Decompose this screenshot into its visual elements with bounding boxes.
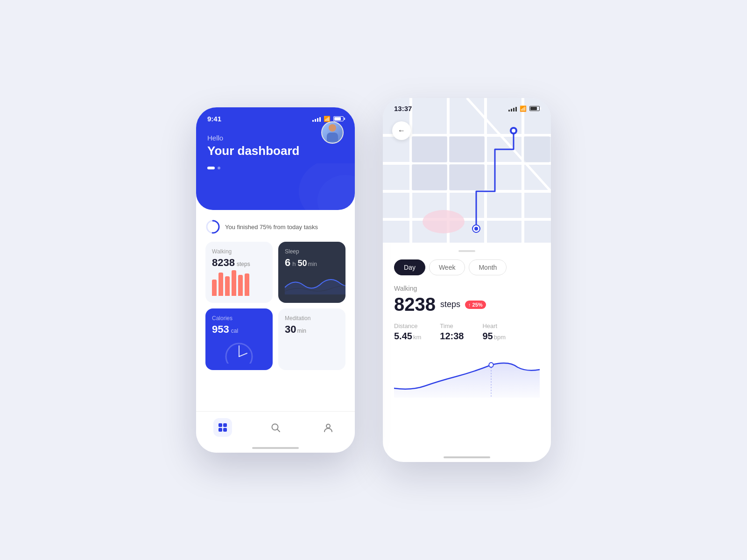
steps-value: 8238 bbox=[394, 294, 436, 315]
svg-line-12 bbox=[277, 429, 280, 432]
back-arrow-icon: ← bbox=[398, 126, 405, 135]
svg-rect-7 bbox=[218, 423, 222, 427]
status-bar2: 13:37 📶 bbox=[383, 98, 551, 112]
sleep-mins: 50 bbox=[297, 259, 307, 268]
status-time2: 13:37 bbox=[394, 105, 412, 112]
activity-chart bbox=[394, 351, 540, 398]
phone2: 13:37 📶 bbox=[383, 98, 551, 462]
stats-panel: Day Week Month Walking 8238 steps ↑ 25% … bbox=[383, 243, 551, 453]
progress-row: You finished 75% from today tasks bbox=[205, 219, 345, 234]
phone1-content: You finished 75% from today tasks Walkin… bbox=[196, 210, 355, 411]
walking-chart bbox=[212, 273, 266, 296]
svg-line-6 bbox=[239, 353, 247, 357]
sleep-card: Sleep 6 h 50 min bbox=[278, 242, 345, 303]
stat-heart: Heart 95 bpm bbox=[482, 322, 506, 342]
distance-label: Distance bbox=[394, 322, 421, 329]
phone1-header: 9:41 📶 bbox=[196, 107, 355, 210]
nav-home[interactable] bbox=[213, 418, 232, 437]
heart-label: Heart bbox=[482, 322, 506, 329]
nav-search[interactable] bbox=[266, 418, 285, 437]
signal-icon2 bbox=[508, 106, 517, 112]
calories-clock bbox=[212, 340, 266, 364]
svg-point-34 bbox=[489, 363, 493, 367]
period-tabs: Day Week Month bbox=[394, 259, 540, 275]
meditation-value-row: 30 min bbox=[285, 323, 339, 336]
steps-row: 8238 steps ↑ 25% bbox=[394, 294, 540, 315]
heart-value: 95 bbox=[482, 331, 493, 342]
progress-ring bbox=[205, 219, 220, 234]
tab-day[interactable]: Day bbox=[394, 259, 425, 275]
home-indicator bbox=[196, 443, 355, 453]
wifi-icon: 📶 bbox=[324, 116, 331, 122]
walking-label: Walking bbox=[212, 248, 266, 255]
wifi-icon2: 📶 bbox=[520, 105, 527, 112]
distance-unit: km bbox=[413, 334, 421, 341]
svg-rect-27 bbox=[449, 164, 485, 190]
bar-5 bbox=[238, 275, 243, 296]
panel-handle bbox=[458, 250, 475, 252]
sleep-hours: 6 bbox=[285, 257, 290, 269]
status-icons: 📶 bbox=[312, 116, 344, 122]
svg-rect-25 bbox=[449, 136, 485, 162]
bar-1 bbox=[212, 280, 217, 296]
svg-rect-24 bbox=[412, 136, 447, 162]
avatar[interactable] bbox=[321, 121, 344, 144]
nav-profile[interactable] bbox=[319, 418, 338, 437]
sub-stats: Distance 5.45 km Time 12:38 Heart 95 bpm bbox=[394, 322, 540, 342]
progress-label: You finished 75% from today tasks bbox=[225, 224, 318, 231]
svg-rect-26 bbox=[412, 164, 447, 190]
home-line2 bbox=[444, 456, 490, 458]
battery-icon2 bbox=[529, 106, 540, 111]
tab-month[interactable]: Month bbox=[469, 259, 507, 275]
meditation-unit: min bbox=[297, 328, 306, 334]
svg-point-29 bbox=[423, 210, 465, 233]
walking-label2: Walking bbox=[394, 285, 540, 292]
svg-point-13 bbox=[326, 424, 330, 428]
svg-rect-10 bbox=[223, 428, 227, 432]
svg-point-33 bbox=[512, 129, 515, 133]
sleep-wave-chart bbox=[285, 273, 345, 294]
bar-4 bbox=[232, 270, 236, 296]
walking-unit: steps bbox=[237, 261, 250, 267]
walking-value: 8238 bbox=[212, 257, 235, 269]
calories-card: Calories 953 cal bbox=[205, 308, 273, 370]
sleep-value-row: 6 h 50 min bbox=[285, 257, 339, 269]
dot-inactive bbox=[218, 167, 220, 169]
distance-value: 5.45 bbox=[394, 331, 412, 342]
calories-label: Calories bbox=[212, 315, 266, 322]
home-line bbox=[252, 447, 299, 449]
back-button[interactable]: ← bbox=[392, 121, 411, 140]
pct-badge: ↑ 25% bbox=[465, 301, 486, 309]
status-bar: 9:41 📶 bbox=[207, 115, 344, 123]
dot-active bbox=[207, 167, 215, 169]
meditation-label: Meditation bbox=[285, 315, 339, 322]
svg-rect-9 bbox=[218, 428, 222, 432]
svg-point-31 bbox=[474, 227, 478, 231]
heart-unit: bpm bbox=[494, 334, 506, 341]
map-section: 13:37 📶 bbox=[383, 98, 551, 243]
tab-week[interactable]: Week bbox=[429, 259, 465, 275]
status-time: 9:41 bbox=[207, 115, 221, 123]
map-background bbox=[383, 98, 551, 243]
cards-grid: Walking 8238 steps Sleep 6 bbox=[205, 242, 345, 370]
wave-decoration bbox=[289, 163, 355, 210]
bar-3 bbox=[225, 276, 230, 296]
battery-icon bbox=[333, 116, 344, 121]
phone1: 9:41 📶 bbox=[196, 107, 355, 453]
calories-value: 953 bbox=[212, 323, 229, 336]
meditation-card: Meditation 30 min bbox=[278, 308, 345, 370]
search-icon bbox=[270, 422, 281, 433]
walking-card: Walking 8238 steps bbox=[205, 242, 273, 303]
sleep-sep: h bbox=[292, 260, 296, 267]
bar-2 bbox=[218, 273, 223, 296]
steps-unit: steps bbox=[440, 300, 460, 309]
signal-icon bbox=[312, 116, 321, 122]
status-icons2: 📶 bbox=[508, 105, 540, 112]
meditation-value: 30 bbox=[285, 323, 296, 336]
home-icon bbox=[218, 422, 228, 433]
calories-unit: cal bbox=[231, 328, 238, 334]
stat-distance: Distance 5.45 km bbox=[394, 322, 421, 342]
svg-rect-28 bbox=[524, 136, 550, 162]
chart-svg bbox=[394, 351, 540, 398]
svg-rect-8 bbox=[223, 423, 227, 427]
